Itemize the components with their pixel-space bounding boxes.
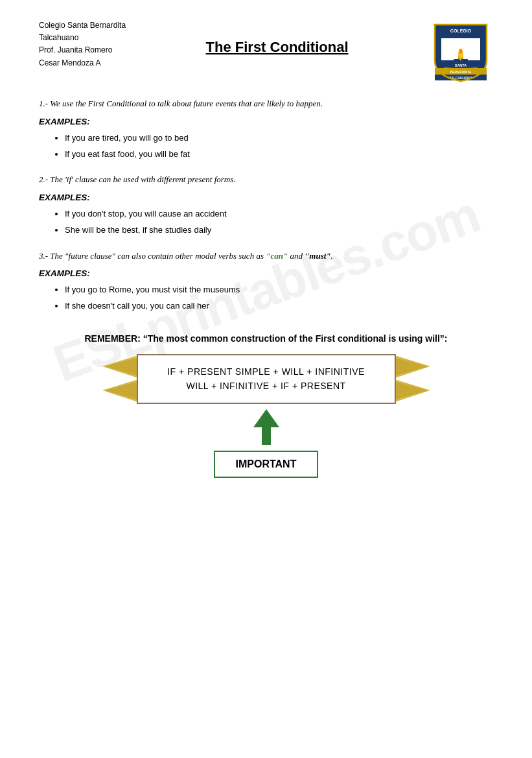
school-name: Colegio Santa Bernardita xyxy=(39,19,126,32)
rule-3: 3.- The "future clause" can also contain… xyxy=(39,250,493,314)
rule-1-text: 1.- We use the First Conditional to talk… xyxy=(39,97,493,110)
ribbon-left-top xyxy=(102,355,138,378)
svg-marker-16 xyxy=(105,382,137,399)
svg-rect-21 xyxy=(262,425,271,445)
rule-1: 1.- We use the First Conditional to talk… xyxy=(39,97,493,161)
page-header: Colegio Santa Bernardita Talcahuano Prof… xyxy=(39,19,493,84)
svg-marker-14 xyxy=(105,358,137,375)
list-item: If you don't stop, you will cause an acc… xyxy=(65,206,493,221)
main-content: 1.- We use the First Conditional to talk… xyxy=(39,97,493,478)
school-city: Talcahuano xyxy=(39,32,126,44)
list-item: If you go to Rome, you must visit the mu… xyxy=(65,282,493,297)
svg-marker-18 xyxy=(396,358,428,375)
svg-point-4 xyxy=(459,49,463,54)
up-arrow-icon xyxy=(250,409,283,448)
svg-text:BERNARDITA: BERNARDITA xyxy=(450,70,472,74)
formula-line2: WILL + INFINITIVE + IF + PRESENT xyxy=(164,379,369,393)
remember-section: REMEMBER: “The most common construction … xyxy=(39,333,493,478)
list-item: If you are tired, you will go to bed xyxy=(65,130,493,145)
svg-text:COLEGIO: COLEGIO xyxy=(450,29,472,33)
list-item: If you eat fast food, you will be fat xyxy=(65,147,493,161)
formula-box: IF + PRESENT SIMPLE + WILL + INFINITIVE … xyxy=(137,354,396,404)
ribbon-right-bottom xyxy=(395,379,430,402)
page-title: The First Conditional xyxy=(126,39,428,56)
important-label: IMPORTANT xyxy=(236,458,297,469)
logo-svg: COLEGIO SANTA BERNARDITA xyxy=(432,21,490,83)
rule-2-examples-list: If you don't stop, you will cause an acc… xyxy=(39,206,493,238)
rule-3-text: 3.- The "future clause" can also contain… xyxy=(39,250,493,263)
list-item: She will be the best, if she studies dai… xyxy=(65,222,493,237)
formula-line1: IF + PRESENT SIMPLE + WILL + INFINITIVE xyxy=(164,364,369,379)
remember-text: REMEMBER: “The most common construction … xyxy=(39,333,493,344)
rule-3-examples-list: If you go to Rome, you must visit the mu… xyxy=(39,282,493,314)
student-name: Cesar Mendoza A xyxy=(39,57,126,69)
svg-marker-20 xyxy=(396,382,428,399)
rule-1-examples-list: If you are tired, you will go to bed If … xyxy=(39,130,493,162)
rule-1-examples-label: EXAMPLES: xyxy=(39,117,493,126)
ribbon-right-top xyxy=(395,355,430,378)
important-box: IMPORTANT xyxy=(214,451,319,478)
ribbon-left-bottom xyxy=(102,379,138,402)
rule-2-examples-label: EXAMPLES: xyxy=(39,193,493,202)
rule-2-text: 2.- The 'if' clause can be used with dif… xyxy=(39,173,493,186)
svg-text:SANTA: SANTA xyxy=(455,64,467,67)
school-info: Colegio Santa Bernardita Talcahuano Prof… xyxy=(39,19,126,69)
school-logo: COLEGIO SANTA BERNARDITA xyxy=(428,19,493,84)
professor-name: Prof. Juanita Romero xyxy=(39,44,126,56)
title-area: The First Conditional xyxy=(126,19,428,56)
rule-2: 2.- The 'if' clause can be used with dif… xyxy=(39,173,493,237)
arrow-section: IMPORTANT xyxy=(39,409,493,478)
rule-3-examples-label: EXAMPLES: xyxy=(39,268,493,278)
svg-marker-22 xyxy=(253,409,279,427)
list-item: If she doesn't call you, you can call he… xyxy=(65,298,493,313)
